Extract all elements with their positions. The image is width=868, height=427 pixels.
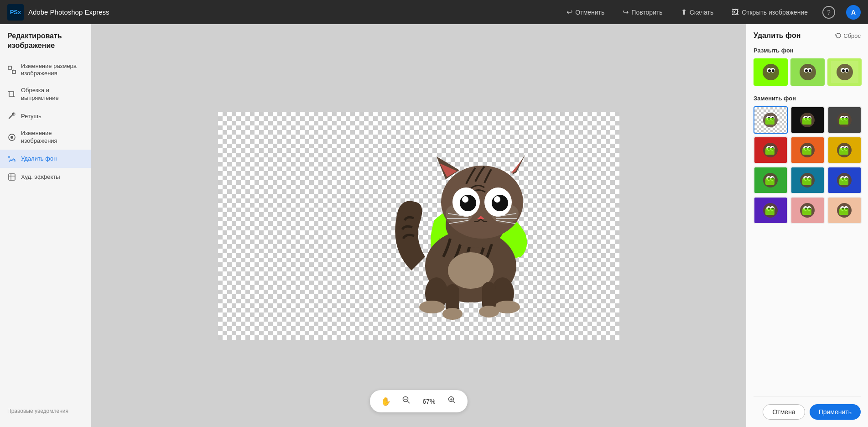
redo-icon: ↪	[623, 8, 629, 16]
svg-rect-117	[839, 178, 848, 185]
sidebar-item-adjust[interactable]: Изменение изображения	[0, 125, 91, 150]
sidebar-item-label: Обрезка и выпрямление	[21, 87, 83, 102]
open-image-button[interactable]: 🖼 Открыть изображение	[728, 6, 811, 18]
svg-rect-93	[802, 148, 811, 155]
sidebar-heading: Редактировать изображение	[0, 31, 91, 58]
svg-rect-0	[8, 66, 11, 69]
replace-thumb-teal[interactable]	[790, 167, 825, 194]
canvas-area: ✋ 67%	[91, 24, 746, 427]
apply-button[interactable]: Применить	[810, 404, 861, 420]
svg-point-51	[772, 69, 774, 72]
replace-thumb-pink[interactable]	[790, 197, 825, 224]
sidebar-item-label: Худ. эффекты	[21, 173, 60, 180]
sidebar-item-art-effects[interactable]: Худ. эффекты	[0, 168, 91, 186]
svg-point-15	[442, 308, 463, 320]
undo-icon: ↩	[567, 8, 572, 16]
replace-thumb-purple[interactable]	[754, 197, 788, 224]
svg-point-30	[462, 196, 468, 203]
svg-point-57	[809, 69, 811, 72]
legal-notices-link[interactable]: Правовые уведомления	[0, 402, 91, 420]
replace-thumb-darkgray[interactable]	[827, 106, 862, 134]
open-image-icon: 🖼	[732, 8, 739, 16]
app-header: PSx Adobe Photoshop Express ↩ Отменить ↪…	[0, 0, 868, 24]
svg-rect-81	[839, 118, 848, 125]
svg-rect-87	[765, 148, 774, 155]
replace-thumb-orange[interactable]	[790, 136, 825, 164]
download-icon: ⬆	[681, 8, 687, 16]
svg-point-47	[763, 64, 779, 80]
blur-thumb-3[interactable]	[827, 58, 862, 86]
remove-bg-icon	[7, 154, 16, 163]
svg-point-53	[800, 64, 816, 80]
reset-label: Сброс	[843, 32, 861, 39]
replace-thumb-blue[interactable]	[827, 167, 862, 194]
app-logo: PSx	[7, 4, 24, 21]
svg-rect-105	[765, 178, 774, 185]
undo-button[interactable]: ↩ Отменить	[563, 6, 608, 18]
svg-point-56	[805, 69, 808, 72]
blur-thumb-1[interactable]	[754, 58, 788, 86]
svg-rect-129	[802, 208, 811, 215]
sidebar-item-label: Изменение изображения	[21, 130, 83, 145]
cat-illustration	[361, 129, 553, 323]
replace-thumbnails-grid	[754, 106, 861, 224]
sidebar-item-label: Изменение размера изображения	[21, 62, 83, 78]
svg-rect-135	[839, 208, 848, 215]
sidebar-item-crop[interactable]: Обрезка и выпрямление	[0, 82, 91, 107]
retouch-icon	[7, 111, 16, 120]
canvas-wrapper	[218, 112, 619, 340]
panel-header: Удалить фон Сброс	[754, 31, 861, 40]
zoom-in-button[interactable]	[446, 394, 458, 409]
replace-thumb-red[interactable]	[754, 136, 788, 164]
sidebar-item-resize[interactable]: Изменение размера изображения	[0, 58, 91, 83]
sidebar-item-retouch[interactable]: Ретушь	[0, 107, 91, 125]
replace-section-title: Заменить фон	[754, 95, 861, 102]
blur-thumb-2[interactable]	[790, 58, 825, 86]
canvas-background	[218, 112, 619, 340]
panel-title: Удалить фон	[754, 31, 800, 40]
replace-thumb-yellow[interactable]	[827, 136, 862, 164]
zoom-level: 67%	[420, 398, 438, 405]
download-button[interactable]: ⬆ Скачать	[677, 6, 717, 18]
svg-point-62	[842, 69, 845, 72]
header-right: ↩ Отменить ↪ Повторить ⬆ Скачать 🖼 Откры…	[563, 5, 861, 20]
cancel-button[interactable]: Отмена	[763, 404, 805, 420]
right-panel: Удалить фон Сброс Размыть фон	[746, 24, 868, 427]
svg-rect-75	[802, 118, 811, 125]
resize-icon	[7, 65, 16, 74]
svg-line-41	[407, 401, 410, 404]
replace-thumb-green[interactable]	[754, 167, 788, 194]
help-button[interactable]: ?	[822, 6, 835, 19]
replace-thumb-black[interactable]	[790, 106, 825, 134]
replace-thumb-transparent[interactable]	[754, 106, 788, 134]
sidebar-item-label: Ретушь	[21, 113, 42, 120]
user-avatar[interactable]: A	[846, 5, 861, 20]
svg-point-63	[846, 69, 848, 72]
svg-rect-69	[765, 118, 774, 125]
app-title: Adobe Photoshop Express	[28, 8, 109, 16]
svg-rect-1	[12, 70, 16, 73]
header-left: PSx Adobe Photoshop Express	[7, 4, 109, 21]
zoom-out-icon	[402, 396, 411, 407]
art-effects-icon	[7, 172, 16, 182]
hand-tool-button[interactable]: ✋	[379, 395, 393, 408]
svg-point-17	[479, 306, 499, 318]
replace-thumb-peach[interactable]	[827, 197, 862, 224]
hand-icon: ✋	[381, 396, 391, 406]
svg-rect-111	[802, 178, 811, 185]
reset-button[interactable]: Сброс	[835, 32, 861, 39]
blur-thumbnails-grid	[754, 58, 861, 86]
zoom-in-icon	[447, 396, 457, 407]
zoom-out-button[interactable]	[400, 394, 413, 409]
redo-button[interactable]: ↪ Повторить	[619, 6, 666, 18]
panel-footer: Отмена Применить	[754, 396, 861, 420]
main-layout: Редактировать изображение Изменение разм…	[0, 24, 868, 427]
canvas-toolbar: ✋ 67%	[370, 390, 468, 412]
svg-rect-123	[765, 208, 774, 215]
sidebar-item-remove-bg[interactable]: Удалить фон	[0, 150, 91, 168]
svg-point-59	[837, 64, 853, 80]
sidebar: Редактировать изображение Изменение разм…	[0, 24, 91, 427]
crop-icon	[7, 90, 16, 99]
svg-rect-99	[839, 148, 848, 155]
svg-line-45	[453, 401, 455, 404]
